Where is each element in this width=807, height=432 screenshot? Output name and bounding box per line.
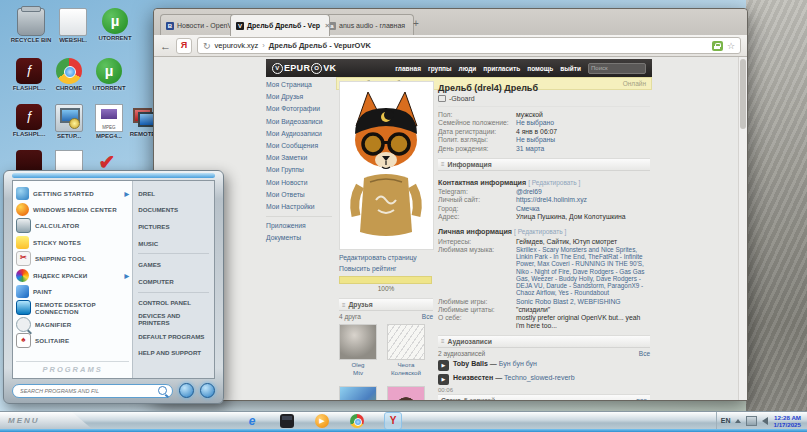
start-menu-item-snipping-tool[interactable]: ✂ Snipping Tool bbox=[16, 251, 129, 267]
start-menu-user[interactable]: Drel bbox=[138, 185, 209, 202]
bookmark-star-icon[interactable]: ☆ bbox=[727, 41, 735, 51]
play-icon[interactable]: ▶ bbox=[438, 374, 449, 385]
nav-groups[interactable]: группы bbox=[428, 65, 452, 72]
start-menu-pictures[interactable]: Pictures bbox=[138, 218, 209, 235]
tab-close-icon[interactable]: × bbox=[325, 21, 330, 30]
start-menu-item-media-center[interactable]: Windows Media Center bbox=[16, 201, 129, 217]
sidebar-my-page[interactable]: Моя Страница bbox=[266, 79, 332, 91]
desktop-icon-recycle-bin[interactable]: RECYCLE BIN bbox=[8, 8, 54, 44]
volume-icon[interactable] bbox=[762, 417, 768, 425]
desktop-icon-utorrent[interactable]: µ UTORRENT bbox=[92, 8, 138, 42]
start-menu-item-calculator[interactable]: Calculator bbox=[16, 218, 129, 234]
start-menu-games[interactable]: Games bbox=[138, 256, 209, 273]
taskbar-clock[interactable]: 12:28 AM 1/17/2025 bbox=[773, 414, 801, 428]
profile-name: Дрельб (drel4) Дрельб bbox=[438, 83, 650, 93]
sidebar-my-answers[interactable]: Мои Ответы bbox=[266, 189, 332, 201]
search-icon bbox=[158, 386, 167, 395]
start-menu-item-magnifier[interactable]: Magnifier bbox=[16, 316, 129, 332]
sidebar-my-notes[interactable]: Мои Заметки bbox=[266, 152, 332, 164]
nav-home[interactable]: главная bbox=[395, 65, 421, 72]
start-menu-default-programs[interactable]: Default Programs bbox=[138, 328, 209, 345]
start-menu-item-sticky-notes[interactable]: Sticky Notes bbox=[16, 234, 129, 250]
all-programs-button[interactable]: Programs bbox=[16, 361, 129, 374]
shutdown-options-button[interactable] bbox=[200, 383, 215, 398]
nav-logout[interactable]: выйти bbox=[560, 65, 581, 72]
profile-status[interactable]: -Gboard bbox=[438, 95, 650, 102]
sidebar-documents[interactable]: Документы bbox=[266, 232, 332, 244]
new-tab-button[interactable]: + bbox=[408, 16, 424, 32]
start-menu-item-remote-desktop[interactable]: Remote Desktop Connection bbox=[16, 300, 129, 316]
friends-all-link[interactable]: Все bbox=[422, 313, 433, 320]
tab-profile-active[interactable]: V Дрельб Дрельб - Vep × bbox=[230, 14, 330, 36]
sidebar-my-photos[interactable]: Мои Фотографии bbox=[266, 103, 332, 115]
sidebar-my-settings[interactable]: Мои Настройки bbox=[266, 201, 332, 213]
friends-grid: Oleg Mtv Чеота Колевской Бомбастик Всево… bbox=[339, 324, 433, 400]
media-player-icon[interactable]: ▶ bbox=[315, 414, 329, 428]
edit-contact-link[interactable]: [ Редактировать ] bbox=[528, 179, 580, 186]
start-menu-help-support[interactable]: Help and Support bbox=[138, 344, 209, 361]
yandex-browser-icon[interactable]: Y bbox=[385, 413, 401, 429]
chrome-icon[interactable] bbox=[350, 414, 364, 428]
start-menu-item-yandex-kraski[interactable]: Яндекс Краски ▶ bbox=[16, 267, 129, 283]
edit-personal-link[interactable]: [ Редактировать ] bbox=[514, 228, 566, 235]
calculator-icon bbox=[16, 218, 31, 233]
friend-item[interactable]: Чеота Колевской bbox=[387, 324, 425, 376]
start-menu-search[interactable] bbox=[12, 384, 173, 398]
start-button[interactable]: MENU bbox=[0, 412, 92, 429]
tab-openvk-news[interactable]: B Новости - OpenVK bbox=[160, 14, 238, 36]
start-menu-music[interactable]: Music bbox=[138, 235, 209, 252]
site-logo[interactable]: VEPUROVK bbox=[272, 63, 336, 74]
profile-avatar[interactable] bbox=[339, 81, 434, 250]
scrollbar-thumb[interactable] bbox=[740, 59, 746, 129]
sidebar-apps[interactable]: Приложения bbox=[266, 220, 332, 232]
start-menu: Getting Started ▶ Windows Media Center C… bbox=[3, 170, 224, 404]
browser-window: B Новости - OpenVK V Дрельб Дрельб - Vep… bbox=[153, 8, 748, 401]
sidebar-my-audios[interactable]: Мои Аудиозаписи bbox=[266, 128, 332, 140]
friend-item[interactable]: Всеволод bbox=[387, 386, 425, 400]
page-scrollbar[interactable] bbox=[738, 57, 747, 400]
sidebar-my-groups[interactable]: Мои Группы bbox=[266, 164, 332, 176]
hidden-icons-arrow[interactable] bbox=[735, 419, 741, 423]
start-menu-documents[interactable]: Documents bbox=[138, 202, 209, 219]
start-menu-item-getting-started[interactable]: Getting Started ▶ bbox=[16, 185, 129, 201]
nav-people[interactable]: люди bbox=[459, 65, 477, 72]
rating-percent: 100% bbox=[339, 285, 433, 292]
wall-all-link[interactable]: все bbox=[636, 397, 647, 400]
start-menu-item-paint[interactable]: Paint bbox=[16, 283, 129, 299]
tab-anus-audio[interactable]: a anus audio - главная bbox=[322, 14, 414, 36]
friend-item[interactable]: Бомбастик bbox=[339, 386, 377, 400]
nav-help[interactable]: помощь bbox=[527, 65, 553, 72]
desktop-icon-utorrent2[interactable]: µ UTORRENT bbox=[86, 58, 132, 92]
start-menu-control-panel[interactable]: Control Panel bbox=[138, 295, 209, 312]
sidebar-my-messages[interactable]: Мои Сообщения bbox=[266, 140, 332, 152]
reload-icon[interactable]: ↻ bbox=[203, 41, 211, 51]
sidebar-my-videos[interactable]: Мои Видеозаписи bbox=[266, 116, 332, 128]
friend-avatar-girl bbox=[387, 386, 425, 400]
site-search-input[interactable] bbox=[588, 63, 646, 74]
language-indicator[interactable]: EN bbox=[721, 417, 731, 424]
nav-invite[interactable]: пригласить bbox=[483, 65, 520, 72]
security-lock-icon[interactable] bbox=[712, 41, 723, 51]
sidebar-my-news[interactable]: Мои Новости bbox=[266, 177, 332, 189]
raise-rating-link[interactable]: Повысить рейтинг bbox=[339, 265, 433, 272]
start-menu-devices-printers[interactable]: Devices and Printers bbox=[138, 311, 209, 328]
audios-all-link[interactable]: Все bbox=[639, 350, 650, 357]
address-bar[interactable]: ↻ vepurovk.xyz › Дрельб Дрельб - VepurOV… bbox=[197, 37, 741, 54]
desktop-icon-webshl[interactable]: WEBSHL. bbox=[50, 8, 96, 44]
media-center-icon bbox=[16, 203, 29, 216]
tab-favicon: B bbox=[166, 22, 174, 30]
shutdown-button[interactable] bbox=[179, 383, 194, 398]
back-button[interactable]: ← bbox=[160, 40, 171, 52]
network-icon[interactable] bbox=[746, 416, 757, 426]
start-menu-computer[interactable]: Computer bbox=[138, 273, 209, 290]
detail-row: Семейное положение:Не выбрано bbox=[438, 119, 650, 126]
edit-page-link[interactable]: Редактировать страницу bbox=[339, 254, 433, 261]
friend-item[interactable]: Oleg Mtv bbox=[339, 324, 377, 376]
yandex-button[interactable]: Я bbox=[176, 38, 192, 54]
start-menu-item-solitaire[interactable]: ♠ Solitaire bbox=[16, 333, 129, 349]
play-icon[interactable]: ▶ bbox=[438, 360, 449, 371]
file-explorer-icon[interactable] bbox=[280, 414, 294, 428]
internet-explorer-icon[interactable]: e bbox=[245, 414, 259, 428]
sidebar-my-friends[interactable]: Мои Друзья bbox=[266, 91, 332, 103]
start-menu-search-input[interactable] bbox=[18, 387, 158, 395]
